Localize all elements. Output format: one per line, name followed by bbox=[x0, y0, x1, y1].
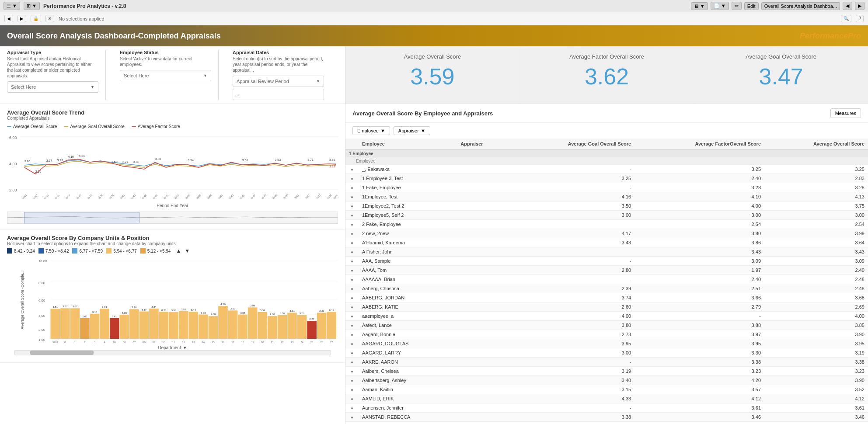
row-appraiser bbox=[457, 348, 509, 358]
tab-label-button[interactable]: Overall Score Analysis Dashboa... bbox=[761, 2, 840, 10]
trend-chart-section: Average Overall Score Trend Completed Ap… bbox=[0, 104, 345, 229]
table-row[interactable]: ● 1 Employee 3, Test 3.25 2.40 2.83 bbox=[345, 174, 868, 183]
page-button[interactable]: 📄 ▼ bbox=[711, 2, 729, 10]
back-button[interactable]: ◀ bbox=[843, 2, 852, 10]
table-row[interactable]: ● Aagard, Bonnie 2.73 3.97 3.90 bbox=[345, 330, 868, 339]
svg-text:3.38: 3.38 bbox=[171, 309, 176, 312]
appraisal-type-select[interactable]: Select Here ▼ bbox=[7, 81, 98, 93]
svg-rect-115 bbox=[218, 306, 228, 339]
svg-text:1.00: 1.00 bbox=[38, 338, 45, 342]
svg-text:3.59: 3.59 bbox=[230, 307, 236, 310]
sel-clear-btn[interactable]: ✕ bbox=[45, 15, 54, 22]
chevron-down-icon: ▼ bbox=[203, 73, 207, 78]
table-row[interactable]: ● Aaman, Kaitlin 3.15 3.57 3.52 bbox=[345, 385, 868, 394]
table-row[interactable]: ● Aafedt, Lance 3.80 3.88 3.85 bbox=[345, 321, 868, 330]
table-row[interactable]: ● Aanensen, Jennifer - 3.61 3.61 bbox=[345, 403, 868, 413]
sel-back-btn[interactable]: ◀ bbox=[4, 15, 13, 22]
pencil-button[interactable]: ✏ bbox=[732, 2, 742, 10]
table-row[interactable]: ● 1Employee5, Self 2 3.00 3.00 3.00 bbox=[345, 211, 868, 220]
row-appraiser bbox=[457, 174, 509, 183]
table-row[interactable]: ● AABERG, JORDAN 3.74 3.66 3.68 bbox=[345, 293, 868, 302]
table-row[interactable]: ● A Fisher, John 3.43 3.43 bbox=[345, 247, 868, 257]
app-title: Performance Pro Analytics - v.2.8 bbox=[43, 3, 687, 9]
svg-text:3.87: 3.87 bbox=[73, 305, 77, 308]
mini-chart[interactable] bbox=[7, 212, 338, 224]
row-name: Aalbers, Chelsea bbox=[359, 367, 457, 376]
row-name: 1Employee, Test bbox=[359, 192, 457, 202]
table-row[interactable]: ● AAAA, Tom 2.80 1.97 2.40 bbox=[345, 266, 868, 275]
svg-text:2004: 2004 bbox=[326, 194, 332, 200]
svg-rect-139 bbox=[297, 315, 307, 339]
page-title: Overall Score Analysis Dashboard-Complet… bbox=[7, 31, 221, 41]
svg-rect-76 bbox=[90, 314, 100, 339]
table-row[interactable]: ● 1 Fake, Employee - 3.28 3.28 bbox=[345, 183, 868, 192]
table-row[interactable]: ● AAA, Sample - 3.09 3.09 bbox=[345, 257, 868, 266]
svg-text:1988: 1988 bbox=[185, 194, 191, 200]
svg-text:4.00: 4.00 bbox=[9, 162, 17, 166]
employee-table-container[interactable]: Employee Appraiser Average Goal Overall … bbox=[345, 139, 868, 424]
row-overall: 3.00 bbox=[764, 211, 868, 220]
row-appraiser bbox=[457, 257, 509, 266]
sel-forward-btn[interactable]: ▶ bbox=[17, 15, 26, 22]
edit-button[interactable]: Edit bbox=[744, 2, 759, 10]
table-row[interactable]: ● 2 new, 2new 4.17 3.80 3.99 bbox=[345, 229, 868, 238]
table-row[interactable]: ● AAKRE, AARON - 3.38 3.38 bbox=[345, 358, 868, 367]
row-factor: 2.51 bbox=[634, 284, 764, 293]
appraisal-dates-extra-select[interactable]: ... bbox=[233, 89, 324, 100]
appraiser-filter-btn[interactable]: Appraiser ▼ bbox=[394, 126, 430, 135]
table-row[interactable]: ● 1Employee, Test 4.16 4.10 4.13 bbox=[345, 192, 868, 202]
svg-text:4.00: 4.00 bbox=[38, 314, 45, 318]
svg-text:2001: 2001 bbox=[293, 194, 300, 200]
app-menu-button[interactable]: ☰ ▼ bbox=[3, 2, 20, 10]
svg-text:17: 17 bbox=[231, 341, 234, 343]
table-row[interactable]: ● aaemployee, a 4.00 - 4.00 bbox=[345, 312, 868, 321]
svg-rect-136 bbox=[287, 313, 297, 339]
employee-status-select[interactable]: Select Here ▼ bbox=[120, 70, 211, 81]
forward-button[interactable]: ▶ bbox=[855, 2, 865, 10]
table-row[interactable]: ● 2 Fake, Employee 2.54 2.54 bbox=[345, 220, 868, 229]
table-row[interactable]: ● AANSTAD, REBECCA 3.38 3.46 3.46 bbox=[345, 413, 868, 422]
table-row[interactable]: ● Aalbers, Chelsea 3.19 3.23 3.23 bbox=[345, 367, 868, 376]
search-btn[interactable]: 🔍 bbox=[841, 15, 851, 22]
row-icon: ● bbox=[345, 192, 359, 202]
table-row[interactable]: ● _, Eekawaka - 3.25 3.25 bbox=[345, 165, 868, 174]
row-appraiser bbox=[457, 403, 509, 413]
th-employee: Employee bbox=[359, 139, 457, 149]
table-row[interactable]: ● AABERG, KATIE 2.60 2.79 2.69 bbox=[345, 302, 868, 312]
table-row[interactable]: ● AAGARD, DOUGLAS 3.95 3.95 3.95 bbox=[345, 339, 868, 348]
employee-filter-btn[interactable]: Employee ▼ bbox=[352, 126, 390, 135]
table-row[interactable]: ● Aalbertsberg, Ashley 3.40 4.20 3.90 bbox=[345, 376, 868, 385]
table-row[interactable]: ● 1Employee2, Test 2 3.50 4.00 3.75 bbox=[345, 202, 868, 211]
svg-text:26: 26 bbox=[320, 341, 323, 343]
bar-chart-nav-up[interactable]: ▲ bbox=[176, 248, 181, 254]
row-icon: ● bbox=[345, 348, 359, 358]
scrollbar-thumb[interactable] bbox=[30, 351, 94, 355]
table-row[interactable]: ● Aaberg, Christina 2.39 2.51 2.48 bbox=[345, 284, 868, 293]
bar-chart-nav-down[interactable]: ▼ bbox=[185, 248, 190, 254]
svg-text:0: 0 bbox=[64, 341, 66, 343]
table-row[interactable]: ● A'Haamid, Kareema 3.43 3.86 3.64 bbox=[345, 238, 868, 247]
svg-text:1961: 1961 bbox=[43, 194, 49, 200]
department-dropdown-btn[interactable]: ▼ bbox=[183, 345, 187, 350]
table-row[interactable]: ● AAGARD, LARRY 3.00 3.30 3.19 bbox=[345, 348, 868, 358]
measures-button[interactable]: Measures bbox=[830, 108, 861, 118]
sel-lock-btn[interactable]: 🔒 bbox=[31, 15, 41, 22]
row-factor: 3.97 bbox=[634, 330, 764, 339]
legend-label-factor: Average Factor Score bbox=[138, 124, 180, 129]
svg-text:2.88: 2.88 bbox=[211, 313, 216, 316]
table-row[interactable]: ● AAMLID, ERIK 4.33 4.12 4.12 bbox=[345, 394, 868, 403]
svg-text:2.50: 2.50 bbox=[35, 170, 42, 173]
appraisal-dates-select[interactable]: Appraisal Review Period ▼ bbox=[233, 76, 324, 87]
row-goal: 4.00 bbox=[509, 312, 634, 321]
view-options-button[interactable]: ⊞ ▼ bbox=[24, 2, 40, 10]
mini-chart-selector[interactable] bbox=[24, 212, 139, 223]
svg-text:3.52: 3.52 bbox=[329, 158, 335, 161]
bar-chart-scrollbar[interactable] bbox=[14, 350, 331, 355]
monitor-button[interactable]: 🖥 ▼ bbox=[691, 2, 708, 10]
row-goal: 3.38 bbox=[509, 413, 634, 422]
svg-text:3.84: 3.84 bbox=[151, 306, 157, 308]
svg-text:07: 07 bbox=[133, 341, 136, 343]
help-btn[interactable]: ? bbox=[856, 15, 864, 22]
svg-text:3.08: 3.08 bbox=[201, 312, 206, 314]
table-row[interactable]: ● AAAAAA, Brian - 2.40 2.48 bbox=[345, 275, 868, 284]
